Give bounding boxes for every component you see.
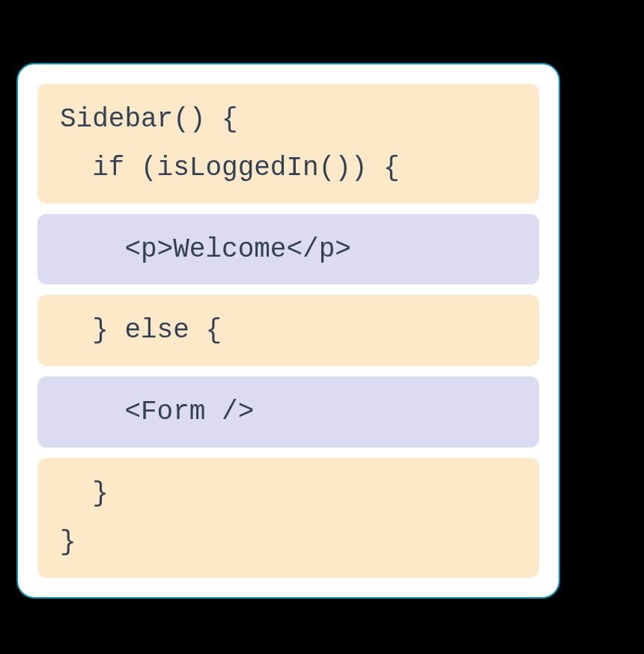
code-block-jsx-2: <Form /> (37, 376, 539, 447)
code-line: } (37, 470, 539, 519)
code-line: Sidebar() { (37, 96, 539, 144)
code-block-js-3: }} (37, 458, 539, 578)
code-line: if (isLoggedIn()) { (37, 144, 539, 193)
code-block-js-2: } else { (37, 295, 539, 366)
code-line: } (37, 519, 539, 567)
code-line: <Form /> (37, 388, 539, 437)
code-line: } else { (37, 307, 539, 355)
code-line: <p>Welcome</p> (37, 226, 539, 275)
code-card: Sidebar() { if (isLoggedIn()) { <p>Welco… (16, 63, 560, 599)
code-block-js-1: Sidebar() { if (isLoggedIn()) { (37, 84, 539, 204)
code-block-jsx-1: <p>Welcome</p> (37, 214, 539, 285)
